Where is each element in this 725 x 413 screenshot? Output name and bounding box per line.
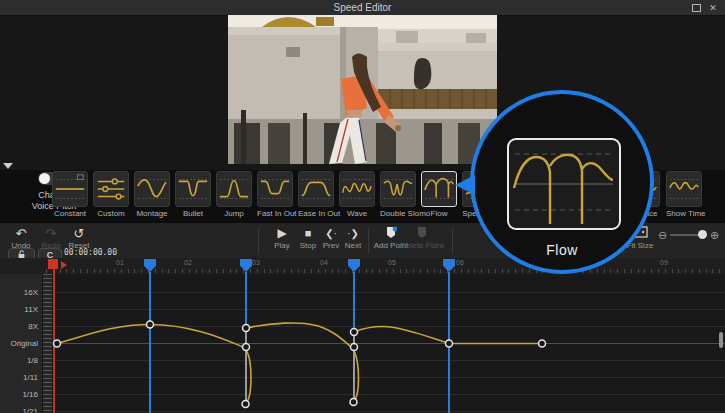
flow-curve-large-icon: [509, 140, 619, 228]
preset-flow[interactable]: Flow: [421, 171, 457, 218]
maximize-button[interactable]: [689, 2, 703, 13]
flow-curve-icon: [422, 172, 456, 206]
show-time-curve-icon: [667, 172, 701, 206]
curve-control-point[interactable]: [351, 344, 358, 351]
flow-magnifier-callout: Flow: [470, 90, 654, 274]
zoom-slider-handle[interactable]: [698, 230, 707, 239]
preset-jump[interactable]: Jump: [216, 171, 252, 218]
ruler-time-label: 01: [116, 259, 124, 266]
collapse-panel-icon[interactable]: [3, 163, 13, 169]
curve-control-point[interactable]: [243, 344, 250, 351]
curve-control-point[interactable]: [446, 340, 453, 347]
bullet-curve-icon: [176, 172, 210, 206]
ruler-time-label: 03: [252, 259, 260, 266]
video-preview: [228, 15, 497, 164]
title-bar: Speed Editor ✕: [0, 0, 725, 16]
close-button[interactable]: ✕: [706, 2, 720, 13]
preset-bullet[interactable]: Bullet: [175, 171, 211, 218]
preset-fast-in-out[interactable]: Fast In Out: [257, 171, 293, 218]
ease-in-out-curve-icon: [299, 172, 333, 206]
undo-icon: ↶: [6, 226, 36, 241]
speed-editor-window: Speed Editor ✕: [0, 0, 725, 413]
next-icon: ·❯: [340, 226, 366, 241]
next-button[interactable]: ·❯ Next: [340, 226, 366, 250]
delete-point-button[interactable]: Delete Point: [398, 226, 446, 250]
preset-ease-in-out[interactable]: Ease In Out: [298, 171, 334, 218]
preset-montage[interactable]: Montage: [134, 171, 170, 218]
constant-curve-icon: [53, 172, 87, 206]
wave-curve-icon: [340, 172, 374, 206]
curve-control-point[interactable]: [54, 340, 61, 347]
ruler-time-label: 06: [456, 259, 464, 266]
preset-constant[interactable]: Constant: [52, 171, 88, 218]
curve-control-point[interactable]: [147, 321, 154, 328]
curve-control-point[interactable]: [243, 325, 250, 332]
curve-control-point[interactable]: [350, 399, 357, 406]
custom-sliders-icon: [94, 172, 128, 206]
callout-arrow-icon: [455, 175, 475, 195]
toolbar-separator: [258, 228, 259, 254]
fast-in-out-curve-icon: [258, 172, 292, 206]
toolbar-separator: [368, 228, 369, 254]
ruler-time-label: 02: [184, 259, 192, 266]
preset-double-slomo[interactable]: Double Slomo: [380, 171, 416, 218]
reset-icon: ↺: [62, 226, 96, 241]
toolbar-separator: [452, 228, 453, 254]
preset-custom[interactable]: Custom: [93, 171, 129, 218]
undo-button[interactable]: ↶ Undo: [6, 226, 36, 250]
preset-wave[interactable]: Wave: [339, 171, 375, 218]
curve-control-point[interactable]: [539, 340, 546, 347]
preset-show-time[interactable]: Show Time: [666, 171, 702, 218]
curve-control-point[interactable]: [351, 329, 358, 336]
timeline-ruler[interactable]: 010203040506070809: [0, 258, 725, 275]
timecode-display: 00:00:00.00: [64, 248, 117, 257]
video-frame-image: [228, 15, 497, 164]
playhead-handle[interactable]: [48, 259, 58, 269]
double-slomo-curve-icon: [381, 172, 415, 206]
zoom-in-icon[interactable]: ⊕: [710, 229, 719, 242]
reset-button[interactable]: ↺ Reset: [62, 226, 96, 250]
vertical-scrollbar[interactable]: [719, 332, 723, 348]
curve-control-point[interactable]: [242, 401, 249, 408]
maximize-icon: [692, 4, 701, 12]
ruler-time-label: 04: [320, 259, 328, 266]
speed-curve[interactable]: [0, 274, 725, 413]
ruler-time-label: 09: [660, 259, 668, 266]
preset-list: Constant Custom Montage: [52, 171, 498, 218]
ruler-time-label: 05: [388, 259, 396, 266]
toggle-knob: [39, 173, 50, 184]
zoom-out-icon[interactable]: ⊖: [658, 229, 667, 242]
flow-preset-enlarged: [507, 138, 621, 230]
speed-curve-panel: 16X11X8XOriginal1/81/111/161/21: [0, 274, 725, 413]
delete-point-flag-icon: [398, 226, 446, 241]
montage-curve-icon: [135, 172, 169, 206]
playhead-arrow-icon: [61, 261, 67, 269]
jump-curve-icon: [217, 172, 251, 206]
window-title: Speed Editor: [0, 2, 725, 13]
